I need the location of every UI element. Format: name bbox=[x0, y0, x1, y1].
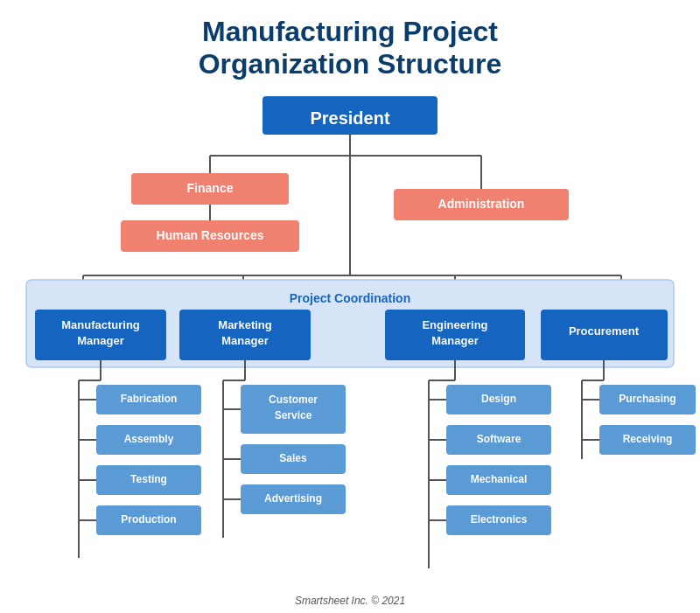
eng-manager-line2: Manager bbox=[431, 334, 478, 347]
electronics-label: Electronics bbox=[471, 513, 528, 526]
proj-coord-label: Project Coordination bbox=[290, 290, 410, 304]
finance-label: Finance bbox=[187, 180, 234, 194]
page-title: Manufacturing Project Organization Struc… bbox=[199, 16, 502, 80]
cs-line2: Service bbox=[275, 409, 312, 421]
advertising-label: Advertising bbox=[264, 492, 322, 505]
mechanical-label: Mechanical bbox=[471, 473, 528, 485]
testing-label: Testing bbox=[130, 473, 167, 485]
mfg-manager-line2: Manager bbox=[77, 334, 123, 347]
sales-label: Sales bbox=[279, 452, 307, 464]
org-chart-svg: President Finance Human Resources Admini… bbox=[18, 96, 682, 586]
mkt-manager-line1: Marketing bbox=[218, 318, 271, 331]
fabrication-label: Fabrication bbox=[121, 393, 178, 405]
procurement-label: Procurement bbox=[569, 324, 640, 338]
hr-label: Human Resources bbox=[157, 227, 264, 241]
title-line2: Organization Structure bbox=[199, 48, 502, 80]
title-line1: Manufacturing Project bbox=[202, 16, 498, 47]
cs-line1: Customer bbox=[269, 394, 318, 406]
production-label: Production bbox=[121, 513, 176, 526]
mfg-manager-line1: Manufacturing bbox=[61, 318, 140, 331]
page: Manufacturing Project Organization Struc… bbox=[0, 0, 700, 613]
assembly-label: Assembly bbox=[124, 433, 174, 445]
footer-note: Smartsheet Inc. © 2021 bbox=[295, 595, 405, 607]
purchasing-label: Purchasing bbox=[619, 393, 676, 405]
admin-label: Administration bbox=[438, 196, 525, 210]
president-label: President bbox=[310, 108, 389, 128]
receiving-label: Receiving bbox=[623, 433, 673, 445]
software-label: Software bbox=[477, 433, 522, 445]
design-label: Design bbox=[481, 393, 516, 405]
eng-manager-line1: Engineering bbox=[422, 318, 487, 331]
mkt-manager-line2: Manager bbox=[221, 334, 268, 347]
